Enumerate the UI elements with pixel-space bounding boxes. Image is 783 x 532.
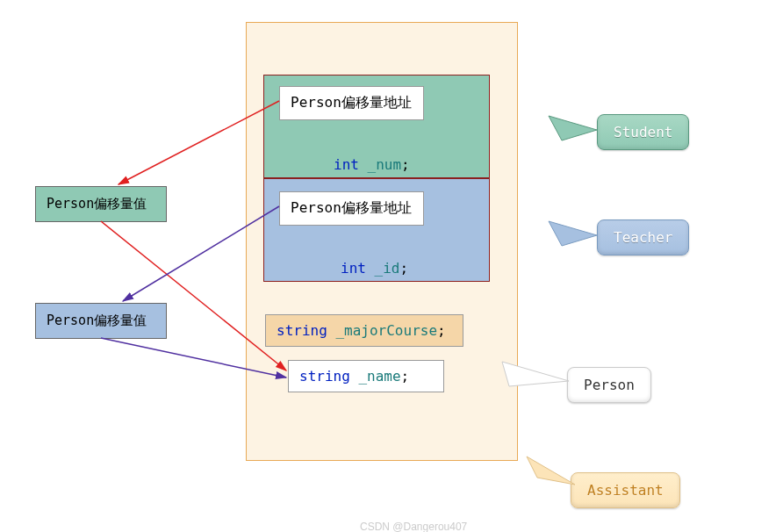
name-name: _name (358, 368, 400, 385)
student-vptr-box: Person偏移量地址 (279, 86, 424, 120)
teacher-member: int _id; (341, 260, 408, 277)
student-member-semi: ; (401, 156, 410, 173)
student-callout-tail (549, 116, 597, 140)
teacher-offset-label: Person偏移量值 (47, 313, 147, 328)
teacher-callout: Teacher (597, 219, 689, 255)
name-box: string _name; (288, 360, 444, 392)
student-offset-label: Person偏移量值 (47, 196, 147, 212)
student-callout-label: Student (614, 124, 672, 140)
teacher-member-semi: ; (399, 260, 408, 277)
majorcourse-box: string _majorCourse; (265, 314, 463, 347)
name-type: string (299, 368, 350, 385)
teacher-member-name: _id (375, 260, 400, 277)
student-member-type: int (334, 156, 359, 173)
student-member-name: _num (368, 156, 402, 173)
student-vptr-label: Person偏移量地址 (291, 94, 412, 111)
person-callout-label: Person (584, 377, 635, 393)
majorcourse-semi: ; (437, 322, 446, 339)
teacher-vptr-box: Person偏移量地址 (279, 191, 424, 226)
person-callout: Person (567, 367, 651, 403)
name-semi: ; (401, 368, 410, 385)
majorcourse-type: string (277, 322, 327, 339)
assistant-callout: Assistant (571, 472, 680, 508)
teacher-callout-tail (549, 221, 597, 246)
majorcourse-name: _majorCourse (335, 322, 437, 339)
teacher-vptr-label: Person偏移量地址 (291, 199, 412, 216)
teacher-callout-label: Teacher (614, 229, 672, 246)
student-offset-table: Person偏移量值 (35, 186, 167, 222)
teacher-offset-table: Person偏移量值 (35, 303, 167, 339)
assistant-callout-tail (527, 457, 575, 485)
student-member: int _num; (334, 156, 410, 173)
student-callout: Student (597, 114, 689, 150)
watermark: CSDN @Dangerou407 (360, 521, 467, 532)
assistant-callout-label: Assistant (587, 482, 664, 499)
teacher-member-type: int (341, 260, 366, 277)
